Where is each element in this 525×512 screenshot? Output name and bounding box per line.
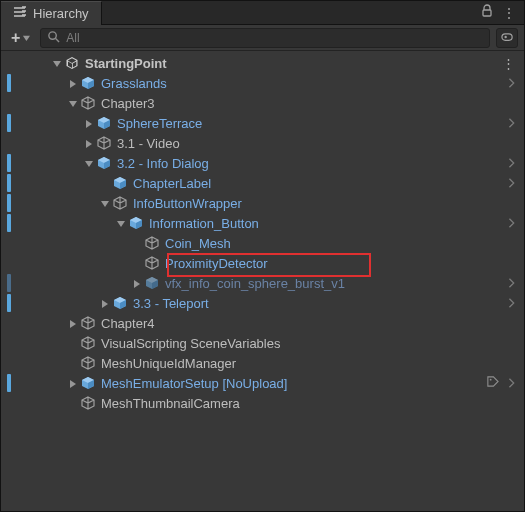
cube-icon (79, 356, 97, 370)
search-icon (47, 30, 60, 46)
hierarchy-icon (13, 5, 27, 22)
fold-icon[interactable] (97, 199, 111, 208)
chevron-right-icon[interactable] (504, 176, 520, 190)
tree-row[interactable]: Information_Button (1, 213, 524, 233)
prefab-mark (7, 174, 11, 192)
search-field[interactable] (40, 28, 490, 48)
chevron-right-icon[interactable] (504, 156, 520, 170)
fold-icon[interactable] (65, 379, 79, 388)
tree-row[interactable]: Grasslands (1, 73, 524, 93)
fold-icon[interactable] (113, 219, 127, 228)
unity-icon (63, 56, 81, 70)
search-type-button[interactable] (496, 28, 518, 48)
cube-icon (79, 396, 97, 410)
tab-bar: Hierarchy ⋮ (1, 1, 524, 25)
tag-icon (486, 375, 502, 391)
fold-icon[interactable] (97, 299, 111, 308)
object-label: 3.2 - Info Dialog (117, 156, 504, 171)
object-label: ProximityDetector (165, 256, 524, 271)
object-label: Coin_Mesh (165, 236, 524, 251)
chevron-right-icon[interactable] (504, 116, 520, 130)
row-menu-icon[interactable]: ⋮ (502, 56, 518, 71)
lock-icon[interactable] (480, 4, 494, 21)
cube-icon (95, 156, 113, 170)
object-label: MeshThumbnailCamera (101, 396, 524, 411)
cube-icon (79, 376, 97, 390)
tree-row[interactable]: 3.3 - Teleport (1, 293, 524, 313)
search-input[interactable] (66, 31, 483, 45)
tree-row[interactable]: vfx_info_coin_sphere_burst_v1 (1, 273, 524, 293)
object-label: MeshEmulatorSetup [NoUpload] (101, 376, 486, 391)
tree-row[interactable]: MeshThumbnailCamera (1, 393, 524, 413)
prefab-mark (7, 374, 11, 392)
cube-icon (143, 256, 161, 270)
prefab-mark (7, 214, 11, 232)
prefab-mark (7, 114, 11, 132)
object-label: InfoButtonWrapper (133, 196, 524, 211)
fold-icon[interactable] (81, 139, 95, 148)
cube-icon (95, 136, 113, 150)
fold-icon[interactable] (129, 279, 143, 288)
object-label: Chapter3 (101, 96, 524, 111)
cube-icon (143, 276, 161, 290)
cube-icon (79, 96, 97, 110)
object-label: StartingPoint (85, 56, 502, 71)
chevron-right-icon[interactable] (504, 76, 520, 90)
prefab-mark (7, 294, 11, 312)
object-label: MeshUniqueIdManager (101, 356, 524, 371)
cube-icon (111, 176, 129, 190)
cube-icon (111, 296, 129, 310)
fold-icon[interactable] (65, 99, 79, 108)
tree-row[interactable]: Coin_Mesh (1, 233, 524, 253)
cube-icon (111, 196, 129, 210)
object-label: 3.1 - Video (117, 136, 524, 151)
object-label: vfx_info_coin_sphere_burst_v1 (165, 276, 504, 291)
hierarchy-tab[interactable]: Hierarchy (1, 1, 102, 25)
prefab-mark (7, 154, 11, 172)
cube-icon (127, 216, 145, 230)
fold-icon[interactable] (65, 79, 79, 88)
panel-menu-icon[interactable]: ⋮ (502, 5, 516, 21)
chevron-right-icon[interactable] (504, 376, 520, 390)
object-label: VisualScripting SceneVariables (101, 336, 524, 351)
object-label: Chapter4 (101, 316, 524, 331)
cube-icon (79, 316, 97, 330)
tree-row[interactable]: 3.1 - Video (1, 133, 524, 153)
object-label: SphereTerrace (117, 116, 504, 131)
fold-icon[interactable] (49, 59, 63, 68)
prefab-mark (7, 194, 11, 212)
tree-row[interactable]: InfoButtonWrapper (1, 193, 524, 213)
tree-row[interactable]: Chapter3 (1, 93, 524, 113)
prefab-mark (7, 274, 11, 292)
object-label: Information_Button (149, 216, 504, 231)
tree-row[interactable]: MeshUniqueIdManager (1, 353, 524, 373)
object-label: Grasslands (101, 76, 504, 91)
tree-row[interactable]: Chapter4 (1, 313, 524, 333)
panel-title: Hierarchy (33, 6, 89, 21)
chevron-right-icon[interactable] (504, 276, 520, 290)
create-button[interactable]: + (7, 27, 34, 49)
chevron-right-icon[interactable] (504, 296, 520, 310)
tree-row[interactable]: MeshEmulatorSetup [NoUpload] (1, 373, 524, 393)
scene-root[interactable]: StartingPoint ⋮ (1, 53, 524, 73)
tree-row[interactable]: 3.2 - Info Dialog (1, 153, 524, 173)
toolbar: + (1, 25, 524, 51)
prefab-mark (7, 74, 11, 92)
cube-icon (143, 236, 161, 250)
dropdown-icon (22, 30, 30, 45)
tree-row[interactable]: VisualScripting SceneVariables (1, 333, 524, 353)
cube-icon (79, 76, 97, 90)
hierarchy-tree: StartingPoint ⋮ Grasslands Chapter3 Sphe… (1, 51, 524, 415)
plus-icon: + (11, 29, 20, 47)
chevron-right-icon[interactable] (504, 216, 520, 230)
object-label: 3.3 - Teleport (133, 296, 504, 311)
fold-icon[interactable] (81, 119, 95, 128)
fold-icon[interactable] (65, 319, 79, 328)
fold-icon[interactable] (81, 159, 95, 168)
cube-icon (95, 116, 113, 130)
cube-icon (79, 336, 97, 350)
tree-row[interactable]: ChapterLabel (1, 173, 524, 193)
object-label: ChapterLabel (133, 176, 504, 191)
tree-row[interactable]: SphereTerrace (1, 113, 524, 133)
tree-row-highlighted[interactable]: ProximityDetector (1, 253, 524, 273)
